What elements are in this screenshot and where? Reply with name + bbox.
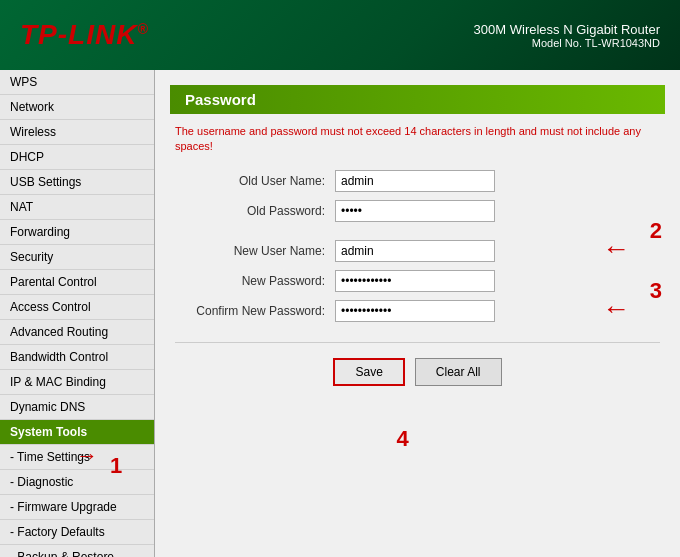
sidebar-item-backup-restore[interactable]: - Backup & Restore — [0, 545, 154, 557]
sidebar-item-nat[interactable]: NAT — [0, 195, 154, 220]
sidebar-item-access-control[interactable]: Access Control — [0, 295, 154, 320]
confirm-password-label: Confirm New Password: — [175, 304, 335, 318]
sidebar-item-wireless[interactable]: Wireless — [0, 120, 154, 145]
sidebar-item-dynamic-dns[interactable]: Dynamic DNS — [0, 395, 154, 420]
sidebar-item-diagnostic[interactable]: - Diagnostic — [0, 470, 154, 495]
annotation-1: 1 — [110, 453, 122, 479]
new-password-input[interactable] — [335, 270, 495, 292]
sidebar-item-usb-settings[interactable]: USB Settings — [0, 170, 154, 195]
annotation-3: 3 — [650, 278, 662, 304]
main-layout: WPS Network Wireless DHCP USB Settings N… — [0, 70, 680, 557]
annotation-4: 4 — [397, 426, 409, 452]
button-area: Save Clear All — [175, 342, 660, 386]
sidebar-item-factory-defaults[interactable]: - Factory Defaults — [0, 520, 154, 545]
sidebar-item-system-tools[interactable]: System Tools — [0, 420, 154, 445]
sidebar-item-ip-mac-binding[interactable]: IP & MAC Binding — [0, 370, 154, 395]
new-username-row: New User Name: — [175, 240, 660, 262]
annotation-arrow-1: → — [76, 443, 98, 469]
warning-text: The username and password must not excee… — [175, 124, 660, 155]
router-info: 300M Wireless N Gigabit Router Model No.… — [474, 22, 660, 49]
old-username-label: Old User Name: — [175, 174, 335, 188]
sidebar: WPS Network Wireless DHCP USB Settings N… — [0, 70, 155, 557]
new-username-input[interactable] — [335, 240, 495, 262]
annotation-arrow-3: ← — [602, 293, 630, 325]
logo: TP-LINK® — [20, 19, 149, 51]
sidebar-item-wps[interactable]: WPS — [0, 70, 154, 95]
sidebar-item-security[interactable]: Security — [0, 245, 154, 270]
save-button[interactable]: Save — [333, 358, 404, 386]
old-password-input[interactable] — [335, 200, 495, 222]
confirm-password-input[interactable] — [335, 300, 495, 322]
sidebar-item-dhcp[interactable]: DHCP — [0, 145, 154, 170]
logo-tp: TP-LINK — [20, 19, 137, 50]
old-password-row: Old Password: — [175, 200, 660, 222]
new-password-row: New Password: — [175, 270, 660, 292]
router-name: 300M Wireless N Gigabit Router — [474, 22, 660, 37]
clear-all-button[interactable]: Clear All — [415, 358, 502, 386]
sidebar-item-firmware-upgrade[interactable]: - Firmware Upgrade — [0, 495, 154, 520]
content-area: Password The username and password must … — [155, 70, 680, 557]
old-username-input[interactable] — [335, 170, 495, 192]
sidebar-item-parental-control[interactable]: Parental Control — [0, 270, 154, 295]
annotation-2: 2 — [650, 218, 662, 244]
confirm-password-row: Confirm New Password: — [175, 300, 660, 322]
page-title: Password — [170, 85, 665, 114]
old-password-label: Old Password: — [175, 204, 335, 218]
header: TP-LINK® 300M Wireless N Gigabit Router … — [0, 0, 680, 70]
form-spacer — [175, 230, 660, 240]
sidebar-item-advanced-routing[interactable]: Advanced Routing — [0, 320, 154, 345]
new-username-label: New User Name: — [175, 244, 335, 258]
sidebar-item-network[interactable]: Network — [0, 95, 154, 120]
annotation-arrow-2: ← — [602, 233, 630, 265]
sidebar-item-bandwidth-control[interactable]: Bandwidth Control — [0, 345, 154, 370]
old-username-row: Old User Name: — [175, 170, 660, 192]
new-password-label: New Password: — [175, 274, 335, 288]
sidebar-item-forwarding[interactable]: Forwarding — [0, 220, 154, 245]
router-model: Model No. TL-WR1043ND — [474, 37, 660, 49]
